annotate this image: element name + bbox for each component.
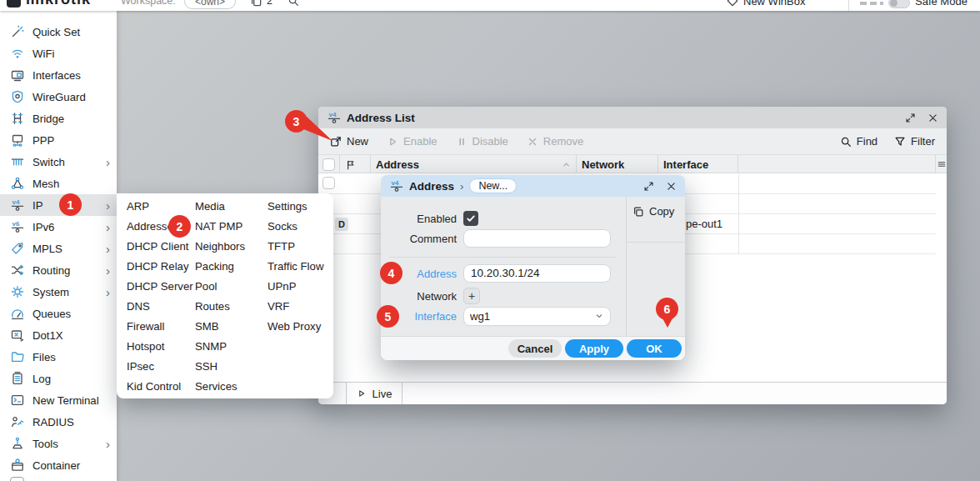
menu-item-pool[interactable]: Pool — [195, 277, 268, 297]
menu-item-vrf[interactable]: VRF — [268, 297, 333, 317]
sidebar-item-switch[interactable]: Switch› — [0, 151, 117, 173]
sidebar-item-label: RADIUS — [32, 416, 74, 428]
apply-button[interactable]: Apply — [565, 339, 623, 358]
sidebar-item-queues[interactable]: Queues — [0, 303, 117, 324]
menu-item-media[interactable]: Media — [195, 197, 268, 217]
menu-item-packing[interactable]: Packing — [195, 257, 268, 277]
expand-icon[interactable] — [643, 181, 654, 192]
enabled-checkbox[interactable] — [463, 211, 478, 226]
sidebar-item-quick-set[interactable]: Quick Set — [0, 21, 117, 43]
menu-item-arp[interactable]: ARP — [127, 197, 195, 217]
menu-item-nat-pmp[interactable]: NAT PMP — [195, 217, 268, 237]
menu-item-socks[interactable]: Socks — [268, 217, 333, 237]
window-copies-icon[interactable] — [250, 0, 262, 11]
copy-icon — [632, 206, 644, 218]
mikrotik-logo: mikrotik — [26, 0, 91, 8]
live-button[interactable]: Live — [346, 383, 402, 404]
breadcrumb-separator: › — [460, 180, 463, 193]
sidebar-item-mesh[interactable]: Mesh — [0, 173, 117, 194]
window-titlebar[interactable]: v4 Address List — [318, 107, 947, 128]
expand-icon[interactable] — [905, 113, 916, 123]
gauge-icon — [10, 306, 25, 321]
topbar: mikrotik Workspace: <own> 2 New WinBox S… — [0, 0, 980, 11]
ok-button[interactable]: OK — [627, 339, 682, 358]
menu-item-dhcp-client[interactable]: DHCP Client — [127, 237, 195, 257]
sidebar-item-mpls[interactable]: MPLS› — [0, 238, 117, 259]
dialog-titlebar[interactable]: v4 Address › New... — [381, 175, 685, 197]
menu-item-smb[interactable]: SMB — [195, 317, 268, 337]
workspace-select[interactable]: <own> — [184, 0, 236, 9]
menu-item-dns[interactable]: DNS — [127, 297, 195, 317]
menu-item-web-proxy[interactable]: Web Proxy — [268, 317, 333, 337]
sidebar-item-ppp[interactable]: PPP — [0, 129, 117, 151]
menu-item-kid-control[interactable]: Kid Control — [127, 377, 195, 397]
menu-item-tftp[interactable]: TFTP — [268, 237, 333, 257]
safe-mode-toggle[interactable] — [888, 0, 910, 8]
menu-item-traffic-flow[interactable]: Traffic Flow — [268, 257, 333, 277]
sidebar-item-routing[interactable]: Routing› — [0, 259, 117, 281]
interface-row: Interface wg1 — [388, 307, 621, 325]
topbar-mini-icons — [860, 2, 883, 5]
sidebar-item-ip[interactable]: v4IP› — [0, 194, 117, 216]
menu-item-dhcp-server[interactable]: DHCP Server — [127, 277, 195, 297]
menu-item-upnp[interactable]: UPnP — [268, 277, 333, 297]
search-icon[interactable] — [288, 0, 299, 10]
cancel-button[interactable]: Cancel — [508, 339, 562, 358]
find-button[interactable]: Find — [840, 135, 878, 148]
interface-select[interactable]: wg1 — [463, 307, 611, 326]
sidebar-item-dot1x[interactable]: Dot1X — [0, 324, 117, 346]
dialog-tab-new[interactable]: New... — [469, 178, 517, 193]
menu-item-snmp[interactable]: SNMP — [195, 337, 268, 357]
menu-item-routes[interactable]: Routes — [195, 297, 268, 317]
menu-item-services[interactable]: Services — [195, 377, 268, 397]
sidebar-item-radius[interactable]: RADIUS — [0, 411, 117, 433]
new-winbox-button[interactable]: New WinBox — [743, 0, 805, 8]
column-header-interface[interactable]: Interface — [658, 155, 738, 173]
step-badge-4: 4 — [380, 262, 402, 284]
sidebar-item-bridge[interactable]: Bridge — [0, 108, 117, 129]
sidebar-item-ipv6[interactable]: v6IPv6› — [0, 216, 117, 238]
remove-button-label: Remove — [543, 135, 583, 148]
menu-item-ssh[interactable]: SSH — [195, 357, 268, 377]
svg-text:v4: v4 — [392, 179, 399, 187]
menu-column-1: MediaNAT PMPNeighborsPackingPoolRoutesSM… — [195, 197, 268, 395]
menu-item-settings[interactable]: Settings — [268, 197, 333, 217]
sidebar-item-system[interactable]: System› — [0, 281, 117, 303]
menu-item-neighbors[interactable]: Neighbors — [195, 237, 268, 257]
comment-input[interactable] — [463, 229, 611, 248]
close-icon[interactable] — [666, 181, 677, 192]
sidebar-item-tools[interactable]: Tools› — [0, 433, 117, 454]
svg-text:v4: v4 — [12, 198, 20, 206]
chevron-right-icon: › — [106, 243, 110, 255]
column-header-address[interactable]: Address — [371, 155, 577, 173]
close-icon[interactable] — [928, 113, 938, 123]
svg-text:v4: v4 — [329, 111, 337, 118]
sidebar-item-new-terminal[interactable]: New Terminal — [0, 389, 117, 411]
enable-button[interactable]: Enable — [387, 135, 437, 148]
copy-button[interactable]: Copy — [632, 205, 674, 218]
magnifier-icon — [840, 136, 852, 148]
remove-button[interactable]: Remove — [527, 135, 583, 148]
column-header-network[interactable]: Network — [577, 155, 658, 173]
new-button[interactable]: New — [330, 135, 368, 148]
sidebar-item-wireguard[interactable]: WireGuard — [0, 86, 117, 108]
disable-button[interactable]: Disable — [456, 135, 508, 148]
sidebar-item-container[interactable]: Container — [0, 454, 117, 476]
row-checkbox[interactable] — [322, 177, 335, 189]
comment-label: Comment — [388, 233, 457, 245]
menu-item-ipsec[interactable]: IPsec — [127, 357, 195, 377]
sidebar-item-log[interactable]: Log — [0, 368, 117, 389]
step-badge-6: 6 — [656, 298, 678, 320]
chevron-right-icon: › — [106, 156, 110, 168]
sidebar-item-wifi[interactable]: WiFi — [0, 43, 117, 64]
select-all-checkbox[interactable] — [322, 158, 335, 171]
column-settings-icon[interactable] — [937, 159, 947, 169]
menu-item-hotspot[interactable]: Hotspot — [127, 337, 195, 357]
network-add-button[interactable]: + — [463, 288, 480, 304]
sidebar-item-files[interactable]: Files — [0, 346, 117, 368]
filter-button[interactable]: Filter — [894, 135, 935, 148]
menu-item-dhcp-relay[interactable]: DHCP Relay — [127, 257, 195, 277]
sidebar-item-interfaces[interactable]: Interfaces — [0, 64, 117, 86]
address-input[interactable]: 10.20.30.1/24 — [463, 264, 611, 283]
menu-item-firewall[interactable]: Firewall — [127, 317, 195, 337]
